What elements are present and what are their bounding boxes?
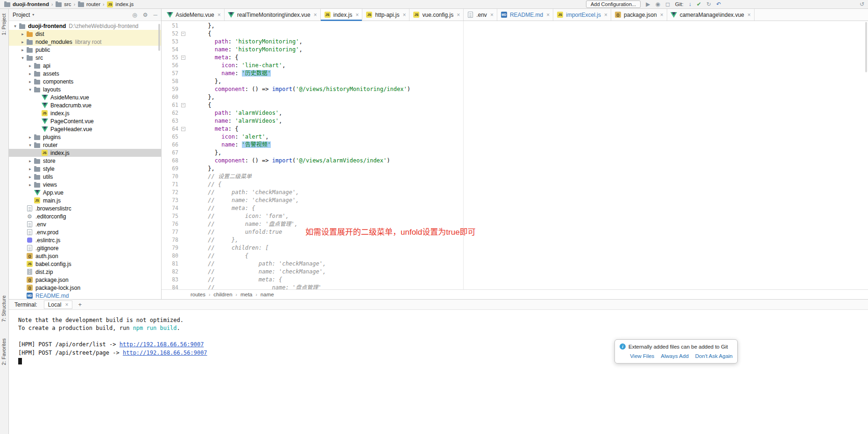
tree-item[interactable]: ▸node_moduleslibrary root: [9, 38, 161, 46]
tree-item[interactable]: JSbabel.config.js: [9, 260, 161, 268]
tree-expand-arrow[interactable]: ▾: [12, 24, 19, 28]
tree-item[interactable]: JSmain.js: [9, 196, 161, 204]
hide-icon[interactable]: ─: [153, 12, 157, 18]
breadcrumb-item[interactable]: meta: [240, 292, 253, 297]
project-panel-title[interactable]: Project: [13, 12, 30, 18]
editor-tab[interactable]: JSimportExcel.js×: [553, 9, 611, 21]
terminal-link[interactable]: http://192.168.66.56:9007: [120, 341, 204, 348]
commit-icon[interactable]: ✔: [697, 1, 701, 7]
tree-item[interactable]: {}package.json: [9, 276, 161, 284]
scrollbar-thumb[interactable]: [865, 22, 867, 72]
editor-tab[interactable]: JShttp-api.js×: [362, 9, 409, 21]
tree-expand-arrow[interactable]: ▸: [19, 40, 26, 44]
editor-tab[interactable]: realTimeMonitoring\index.vue×: [225, 9, 321, 21]
don-t-ask-again-link[interactable]: Don't Ask Again: [695, 353, 733, 359]
tree-item[interactable]: PageHeader.vue: [9, 125, 161, 133]
tree-item[interactable]: ▸plugins: [9, 133, 161, 141]
tree-item[interactable]: PageContent.vue: [9, 117, 161, 125]
tree-item[interactable]: Breadcrumb.vue: [9, 101, 161, 109]
tree-item[interactable]: ▾router: [9, 141, 161, 149]
debug-icon[interactable]: ◉: [655, 1, 660, 7]
tree-expand-arrow[interactable]: ▾: [27, 87, 34, 92]
tree-item[interactable]: .browserslistrc: [9, 204, 161, 212]
tree-item[interactable]: ▸views: [9, 181, 161, 189]
fold-icon[interactable]: −: [181, 103, 185, 107]
tree-expand-arrow[interactable]: ▸: [27, 71, 34, 76]
tree-item[interactable]: ▾duoji-frontendD:\zheheWeb\duoji-fronten…: [9, 22, 161, 30]
tree-expand-arrow[interactable]: ▸: [27, 63, 34, 68]
update-project-icon[interactable]: ↓: [689, 1, 692, 7]
history-icon[interactable]: ↻: [706, 1, 711, 7]
tree-item[interactable]: ▸public: [9, 46, 161, 54]
terminal-tab-local[interactable]: Local ×: [44, 301, 73, 309]
tree-item[interactable]: JSindex.js: [9, 149, 161, 157]
add-configuration-button[interactable]: Add Configuration...: [586, 0, 641, 8]
fold-icon[interactable]: −: [181, 56, 185, 60]
tree-item[interactable]: .eslintrc.js: [9, 236, 161, 244]
breadcrumb-item[interactable]: routes: [191, 292, 205, 297]
tree-expand-arrow[interactable]: ▾: [19, 56, 26, 60]
tree-item[interactable]: ▾src: [9, 54, 161, 62]
tree-item[interactable]: ▸utils: [9, 173, 161, 181]
tree-expand-arrow[interactable]: ▸: [27, 79, 34, 84]
tree-item[interactable]: dist.zip: [9, 268, 161, 276]
sync-icon[interactable]: ↺: [860, 1, 864, 7]
view-files-link[interactable]: View Files: [630, 353, 654, 359]
close-icon[interactable]: ×: [546, 12, 550, 18]
editor-tab[interactable]: AsideMenu.vue×: [163, 9, 225, 21]
tree-item[interactable]: ▸style: [9, 165, 161, 173]
tree-item[interactable]: .env.prod: [9, 228, 161, 236]
breadcrumb-item[interactable]: src: [54, 1, 72, 7]
scrollbar-thumb[interactable]: [158, 24, 160, 51]
tree-expand-arrow[interactable]: ▸: [27, 182, 34, 187]
breadcrumb-item[interactable]: router: [77, 1, 101, 7]
close-icon[interactable]: ×: [65, 301, 68, 308]
coverage-icon[interactable]: ◻: [665, 1, 670, 7]
terminal-title[interactable]: Terminal:: [14, 301, 37, 308]
tree-expand-arrow[interactable]: ▾: [27, 143, 34, 147]
tree-expand-arrow[interactable]: ▸: [27, 167, 34, 171]
rollback-icon[interactable]: ↶: [716, 1, 721, 7]
tree-item[interactable]: JSindex.js: [9, 109, 161, 117]
tree-item[interactable]: ▸store: [9, 157, 161, 165]
tree-item[interactable]: .gitignore: [9, 244, 161, 252]
tree-item[interactable]: {}auth.json: [9, 252, 161, 260]
editor-tab[interactable]: JSvue.config.js×: [409, 9, 464, 21]
chevron-down-icon[interactable]: ▾: [32, 13, 34, 17]
tree-item[interactable]: ▸assets: [9, 70, 161, 77]
close-icon[interactable]: ×: [314, 12, 317, 18]
close-icon[interactable]: ×: [402, 12, 406, 18]
plus-icon[interactable]: +: [78, 301, 82, 308]
editor-tab[interactable]: .env×: [464, 9, 497, 21]
tree-item[interactable]: ▸api: [9, 62, 161, 70]
tree-item[interactable]: ▸dist: [9, 30, 161, 38]
tree-item[interactable]: ⚙.editorconfig: [9, 212, 161, 220]
close-icon[interactable]: ×: [490, 12, 494, 18]
always-add-link[interactable]: Always Add: [661, 353, 688, 359]
terminal-link[interactable]: http://192.168.66.56:9007: [123, 350, 207, 356]
terminal-output[interactable]: Note that the development build is not o…: [9, 310, 868, 434]
tree-item[interactable]: ▸components: [9, 77, 161, 85]
editor-tab[interactable]: JSindex.js×: [321, 9, 363, 21]
tree-expand-arrow[interactable]: ▸: [27, 135, 34, 140]
breadcrumb-item[interactable]: name: [261, 292, 274, 297]
tree-item[interactable]: ▾layouts: [9, 85, 161, 93]
tool-button-favorites[interactable]: 2: Favorites: [1, 338, 7, 365]
tree-item[interactable]: {}package-lock.json: [9, 284, 161, 292]
close-icon[interactable]: ×: [218, 12, 221, 18]
close-icon[interactable]: ×: [748, 12, 751, 18]
locate-icon[interactable]: ◎: [132, 12, 137, 18]
code-editor[interactable]: 51 },52− {53 path: 'historyMonitoring',5…: [162, 21, 868, 289]
tree-item[interactable]: AsideMenu.vue: [9, 93, 161, 101]
run-icon[interactable]: ▶: [646, 1, 650, 7]
fold-icon[interactable]: −: [181, 32, 185, 36]
fold-icon[interactable]: −: [181, 127, 185, 131]
breadcrumb-item[interactable]: children: [213, 292, 232, 297]
tree-item[interactable]: App.vue: [9, 189, 161, 196]
tree-item[interactable]: .env: [9, 220, 161, 228]
tree-expand-arrow[interactable]: ▸: [19, 32, 26, 36]
editor-tab[interactable]: cameraManage\index.vue×: [667, 9, 755, 21]
breadcrumb-item[interactable]: JSindex.js: [106, 1, 134, 7]
tree-expand-arrow[interactable]: ▸: [27, 175, 34, 179]
close-icon[interactable]: ×: [604, 12, 607, 18]
